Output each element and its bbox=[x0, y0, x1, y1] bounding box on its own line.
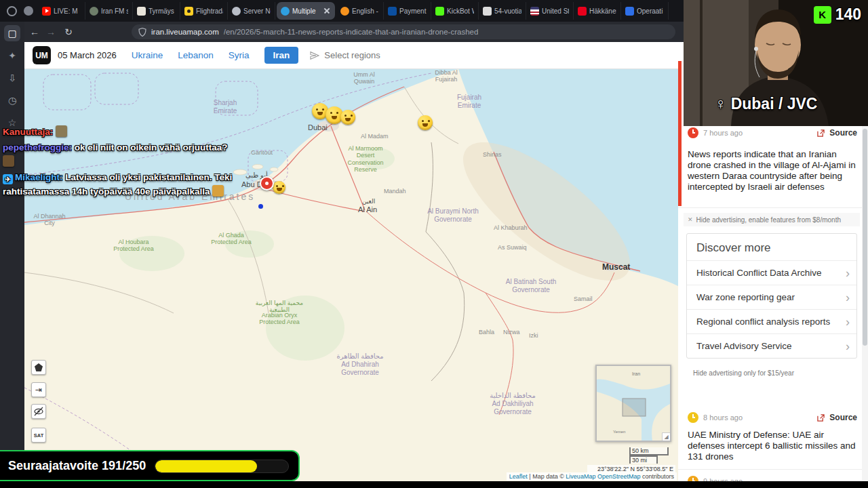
flightradar-icon bbox=[184, 7, 193, 16]
url-bar[interactable]: iran.liveuamap.com/en/2026/5-march-11-ne… bbox=[132, 24, 675, 39]
back-button[interactable] bbox=[28, 26, 41, 38]
chat-message: pepethefroggie: ok eli niit on oikein vä… bbox=[3, 140, 237, 169]
tab-hakkanen[interactable]: Häkkänen bbox=[574, 2, 621, 20]
map-label: Ad Dhahirah Governorate bbox=[327, 361, 393, 376]
chat-overlay: Kanuuttaja: pepethefroggie: ok eli niit … bbox=[3, 125, 237, 200]
tab-operaati[interactable]: Operaati bbox=[621, 2, 669, 20]
source-link[interactable]: Source bbox=[829, 413, 857, 422]
selected-item-indicator bbox=[678, 61, 682, 206]
map-label: Al Dhannah City bbox=[31, 213, 68, 227]
map-label: Sharjah Emirate bbox=[203, 99, 247, 115]
minimap-toggle-icon[interactable] bbox=[662, 432, 670, 441]
news-item-text[interactable]: News reports indicate that an Iranian dr… bbox=[688, 149, 859, 192]
tab-english[interactable]: English - T bbox=[336, 2, 384, 20]
follower-goal-overlay: Seuraajatavoite 191/250 bbox=[0, 450, 300, 481]
follower-goal-progress-fill bbox=[155, 460, 257, 472]
tab-liveuamap-active[interactable]: Multiple bbox=[277, 2, 335, 20]
browser-address-bar: iran.liveuamap.com/en/2026/5-march-11-ne… bbox=[24, 22, 684, 42]
pinned-tab[interactable] bbox=[19, 2, 38, 20]
chat-emote bbox=[3, 155, 14, 167]
hide-ads-text: Hide advertising, enable features from $… bbox=[696, 216, 841, 224]
discover-item-reports[interactable]: Regional conflict analysis reports › bbox=[687, 309, 856, 333]
browser-menu-icon[interactable] bbox=[4, 3, 19, 18]
map-label: Al Marmoom Desert Conservation Reserve bbox=[346, 145, 385, 173]
map-label: Al Khaburah bbox=[494, 224, 528, 231]
event-marker[interactable] bbox=[340, 110, 355, 125]
tab-flightradar[interactable]: Flightradar bbox=[180, 2, 228, 20]
tab-live[interactable]: LIVE: M bbox=[38, 2, 85, 20]
tab-payment[interactable]: Payment M bbox=[384, 2, 431, 20]
quick-access-icon[interactable] bbox=[4, 47, 20, 64]
tab-54vuotias[interactable]: 54-vuotias mie bbox=[479, 2, 526, 20]
tab-kickbot[interactable]: KickBot Wi bbox=[431, 2, 479, 20]
hide-ads-banner[interactable]: ✕ Hide advertising, enable features from… bbox=[684, 213, 860, 226]
liveuamap-link[interactable]: LiveuaMap bbox=[566, 473, 595, 480]
scrollbar-thumb[interactable] bbox=[863, 129, 867, 346]
news-item-text[interactable]: UAE Ministry of Defense: UAE air defense… bbox=[688, 430, 859, 462]
map-hide-markers-control[interactable] bbox=[31, 404, 46, 419]
nav-lebanon[interactable]: Lebanon bbox=[178, 50, 214, 60]
discover-item-travel[interactable]: Travel Advisory Service › bbox=[687, 333, 856, 358]
workspaces-icon[interactable] bbox=[4, 25, 20, 41]
translate-icon bbox=[340, 7, 349, 16]
liveuamap-logo[interactable]: UM bbox=[33, 46, 51, 64]
chevron-right-icon: › bbox=[846, 342, 850, 351]
stream-canvas: LIVE: M Iran FM sa Tyrmäys Linnar Flight… bbox=[0, 0, 868, 488]
external-link-icon bbox=[817, 414, 825, 422]
clock-icon bbox=[688, 412, 698, 423]
close-icon[interactable]: ✕ bbox=[688, 216, 693, 223]
map-label: Arabian Oryx Protected Area bbox=[250, 312, 309, 326]
history-icon[interactable] bbox=[4, 92, 20, 108]
kick-icon bbox=[435, 7, 444, 16]
map-satellite-control[interactable]: SAT bbox=[31, 428, 46, 443]
flag-icon bbox=[530, 7, 539, 16]
minimap-label: Yemen bbox=[613, 430, 625, 434]
polygon-icon bbox=[35, 363, 43, 371]
viewer-counter: K 140 bbox=[814, 5, 861, 24]
chat-username: Mikaelight: bbox=[15, 172, 63, 182]
nav-ukraine[interactable]: Ukraine bbox=[132, 50, 163, 60]
map-label: Gantout bbox=[251, 149, 273, 156]
news-timestamp: 8 hours ago bbox=[703, 413, 812, 422]
discover-item-gear[interactable]: War zone reporting gear › bbox=[687, 285, 856, 309]
small-event-marker[interactable] bbox=[258, 204, 263, 209]
event-marker[interactable] bbox=[273, 181, 285, 194]
tab-united[interactable]: United Sta bbox=[526, 2, 574, 20]
discover-title: Discover more bbox=[687, 234, 856, 260]
map-label: محافظة الداخلية bbox=[483, 392, 542, 400]
leaflet-link[interactable]: Leaflet bbox=[509, 473, 528, 480]
map-label: Al Madam bbox=[361, 133, 389, 140]
url-host: iran.liveuamap.com bbox=[151, 28, 219, 36]
tab-server[interactable]: Server Not bbox=[228, 2, 275, 20]
osm-link[interactable]: OpenStreetMap bbox=[597, 473, 641, 480]
minimap-label: Iran bbox=[632, 371, 640, 376]
tab-tyrmays[interactable]: Tyrmäys Linnar bbox=[133, 2, 180, 20]
overview-minimap[interactable]: Iran Yemen bbox=[595, 365, 671, 442]
selected-event-marker[interactable] bbox=[260, 176, 274, 190]
map-draw-control[interactable] bbox=[31, 360, 46, 375]
news-item-meta: 8 hours ago Source bbox=[688, 412, 857, 423]
nav-iran-active[interactable]: Iran bbox=[264, 47, 299, 64]
downloads-icon[interactable] bbox=[4, 70, 20, 86]
nav-syria[interactable]: Syria bbox=[229, 50, 250, 60]
map-label: Bahla bbox=[479, 329, 494, 336]
bottom-letterbox bbox=[0, 481, 868, 488]
map-label: Nizwa bbox=[503, 329, 520, 336]
close-icon[interactable] bbox=[323, 7, 331, 15]
map-label: Umm Al Quwain bbox=[344, 71, 384, 85]
map-label: Al Batinah South Governorate bbox=[505, 278, 557, 293]
url-path: /en/2026/5-march-11-news-reports-indicat… bbox=[224, 28, 479, 36]
forward-button[interactable] bbox=[45, 26, 57, 38]
discover-item-archive[interactable]: Historical Conflict Data Archive › bbox=[687, 260, 856, 285]
hide-ads-yearly-link[interactable]: Hide advertising only for $15/year bbox=[693, 369, 794, 377]
map-label: Ad Dakhiliyah Governorate bbox=[476, 400, 549, 415]
select-regions-button[interactable]: Select regions bbox=[324, 50, 380, 60]
reload-button[interactable] bbox=[62, 26, 75, 38]
tab-iran-fm[interactable]: Iran FM sa bbox=[85, 2, 133, 20]
map-pan-control[interactable] bbox=[31, 382, 46, 397]
discover-more-card: Discover more Historical Conflict Data A… bbox=[686, 233, 857, 359]
chat-message: Kanuuttaja: bbox=[3, 125, 237, 139]
source-link[interactable]: Source bbox=[829, 128, 857, 138]
event-marker[interactable] bbox=[418, 115, 433, 130]
scale-km: 50 km bbox=[629, 447, 669, 455]
